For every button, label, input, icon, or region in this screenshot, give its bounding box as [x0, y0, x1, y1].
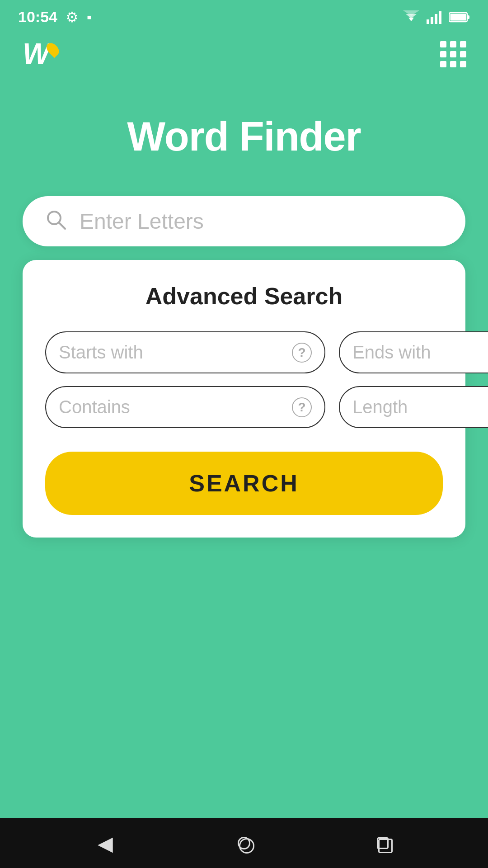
svg-rect-5: [450, 14, 466, 20]
grid-dot: [460, 41, 466, 47]
grid-dot: [450, 41, 456, 47]
advanced-search-title: Advanced Search: [45, 283, 443, 310]
svg-rect-6: [467, 15, 469, 19]
grid-dot: [440, 61, 446, 67]
svg-rect-1: [431, 17, 433, 24]
signal-icon: [427, 10, 443, 24]
svg-rect-3: [439, 11, 441, 24]
menu-grid-icon[interactable]: [440, 41, 465, 66]
back-button[interactable]: [92, 830, 119, 857]
status-left: 10:54 ⚙ ▪: [18, 8, 92, 26]
status-right: [402, 10, 470, 24]
starts-with-wrapper[interactable]: ?: [45, 331, 325, 373]
app-bar: W: [0, 30, 488, 77]
ends-with-wrapper[interactable]: ?: [339, 331, 488, 373]
home-button[interactable]: [230, 830, 258, 857]
gear-icon: ⚙: [66, 9, 79, 26]
grid-dot: [440, 41, 446, 47]
grid-dot: [460, 61, 466, 67]
grid-dot: [440, 51, 446, 57]
search-button[interactable]: SEARCH: [45, 452, 443, 515]
length-wrapper[interactable]: ?: [339, 386, 488, 428]
logo-w: W: [23, 39, 48, 68]
ends-with-input[interactable]: [352, 342, 488, 363]
advanced-search-card: Advanced Search ? ? ? ? SEARCH: [23, 260, 465, 538]
svg-line-8: [59, 222, 65, 229]
grid-dot: [450, 61, 456, 67]
svg-rect-2: [435, 14, 437, 24]
recents-button[interactable]: [369, 830, 396, 857]
starts-with-input[interactable]: [59, 342, 287, 363]
svg-rect-0: [427, 19, 429, 24]
logo: W: [23, 39, 60, 68]
status-bar: 10:54 ⚙ ▪: [0, 0, 488, 30]
bottom-nav: [0, 818, 488, 868]
grid-dot: [460, 51, 466, 57]
main-search-bar[interactable]: [23, 196, 465, 246]
status-time: 10:54: [18, 8, 57, 26]
page-title: Word Finder: [127, 113, 361, 160]
wifi-icon: [402, 10, 420, 24]
sd-icon: ▪: [87, 9, 92, 25]
grid-dot: [450, 51, 456, 57]
advanced-row-2: ? ?: [45, 386, 443, 428]
contains-help-icon[interactable]: ?: [292, 397, 312, 417]
search-icon: [45, 209, 67, 234]
starts-with-help-icon[interactable]: ?: [292, 343, 312, 363]
length-input[interactable]: [352, 397, 488, 417]
contains-input[interactable]: [59, 397, 287, 417]
main-content: Word Finder Advanced Search ? ?: [0, 77, 488, 818]
advanced-row-1: ? ?: [45, 331, 443, 373]
main-search-input[interactable]: [80, 209, 443, 234]
battery-icon: [449, 11, 470, 23]
contains-wrapper[interactable]: ?: [45, 386, 325, 428]
